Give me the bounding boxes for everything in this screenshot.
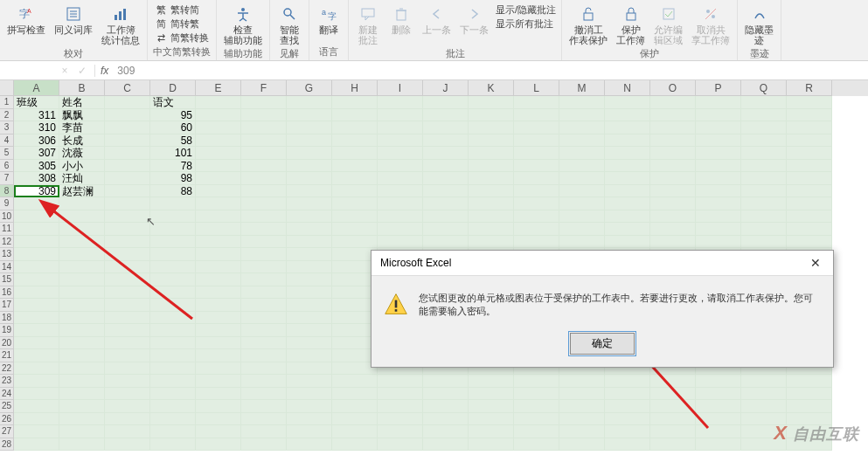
cell[interactable] bbox=[696, 134, 741, 148]
cell[interactable] bbox=[332, 197, 378, 210]
cell[interactable] bbox=[105, 185, 150, 198]
cell[interactable] bbox=[105, 375, 150, 388]
cell[interactable] bbox=[196, 172, 241, 185]
cell[interactable] bbox=[650, 134, 696, 148]
cell[interactable] bbox=[605, 147, 650, 160]
ribbon-button[interactable]: 删除 bbox=[387, 3, 415, 37]
cell[interactable] bbox=[787, 210, 832, 224]
cell[interactable] bbox=[287, 312, 332, 325]
cell[interactable] bbox=[650, 160, 696, 173]
cell[interactable] bbox=[105, 147, 150, 160]
column-header[interactable]: B bbox=[59, 80, 105, 96]
cell[interactable] bbox=[150, 388, 196, 401]
cell[interactable] bbox=[241, 248, 287, 261]
cell[interactable] bbox=[59, 400, 105, 413]
cell[interactable] bbox=[423, 400, 469, 413]
ribbon-button[interactable]: 隐藏墨迹 bbox=[743, 3, 775, 47]
cell[interactable] bbox=[150, 273, 196, 286]
cell[interactable] bbox=[241, 400, 287, 413]
cell[interactable] bbox=[105, 236, 150, 249]
column-header[interactable]: O bbox=[650, 80, 696, 96]
cell[interactable] bbox=[696, 160, 741, 173]
column-header[interactable]: G bbox=[287, 80, 332, 96]
column-header[interactable]: D bbox=[150, 80, 196, 96]
row-header[interactable]: 7 bbox=[0, 172, 14, 185]
cell[interactable] bbox=[150, 312, 196, 325]
cell[interactable] bbox=[514, 223, 559, 236]
cell[interactable] bbox=[14, 223, 59, 236]
cell[interactable] bbox=[287, 273, 332, 286]
cell[interactable] bbox=[287, 223, 332, 236]
cell[interactable] bbox=[423, 134, 469, 148]
cell[interactable] bbox=[14, 236, 59, 249]
cell[interactable] bbox=[378, 236, 423, 249]
cell[interactable] bbox=[196, 185, 241, 198]
cell[interactable] bbox=[378, 147, 423, 160]
cell[interactable]: 306 bbox=[14, 134, 59, 148]
cell[interactable] bbox=[287, 96, 332, 109]
cell[interactable] bbox=[287, 197, 332, 210]
cell[interactable] bbox=[787, 121, 832, 134]
cell[interactable] bbox=[514, 185, 559, 198]
cell[interactable] bbox=[105, 324, 150, 337]
cell[interactable] bbox=[287, 185, 332, 198]
column-header[interactable]: A bbox=[14, 80, 59, 96]
cell[interactable] bbox=[105, 96, 150, 109]
row-header[interactable]: 12 bbox=[0, 236, 14, 249]
cell[interactable] bbox=[605, 197, 650, 210]
cell[interactable] bbox=[287, 349, 332, 362]
cell[interactable] bbox=[741, 134, 787, 148]
cell[interactable] bbox=[59, 223, 105, 236]
cell[interactable] bbox=[741, 197, 787, 210]
column-header[interactable]: N bbox=[605, 80, 650, 96]
row-header[interactable]: 25 bbox=[0, 400, 14, 413]
cell[interactable] bbox=[332, 413, 378, 426]
cell[interactable] bbox=[514, 413, 559, 426]
ribbon-button[interactable]: a字翻译 bbox=[315, 3, 343, 37]
cell[interactable] bbox=[59, 413, 105, 426]
cell[interactable] bbox=[332, 425, 378, 438]
cell[interactable] bbox=[241, 388, 287, 401]
cell[interactable] bbox=[741, 185, 787, 198]
cell[interactable] bbox=[514, 438, 559, 452]
cell[interactable] bbox=[150, 413, 196, 426]
row-header[interactable]: 21 bbox=[0, 349, 14, 362]
cell[interactable] bbox=[650, 223, 696, 236]
cell[interactable] bbox=[696, 121, 741, 134]
cell[interactable] bbox=[605, 425, 650, 438]
cell[interactable] bbox=[332, 438, 378, 452]
cell[interactable] bbox=[650, 236, 696, 249]
cell[interactable] bbox=[241, 349, 287, 362]
cell[interactable] bbox=[150, 362, 196, 376]
cell[interactable]: 58 bbox=[150, 134, 196, 148]
cell[interactable] bbox=[59, 388, 105, 401]
cell[interactable] bbox=[196, 425, 241, 438]
cell[interactable] bbox=[105, 362, 150, 376]
cell[interactable] bbox=[696, 388, 741, 401]
cell[interactable] bbox=[650, 109, 696, 122]
cell[interactable] bbox=[741, 121, 787, 134]
cell[interactable] bbox=[241, 147, 287, 160]
cell[interactable] bbox=[741, 375, 787, 388]
cell[interactable] bbox=[378, 172, 423, 185]
cell[interactable] bbox=[150, 286, 196, 300]
cell[interactable] bbox=[105, 223, 150, 236]
cell[interactable] bbox=[241, 273, 287, 286]
fx-label[interactable]: fx bbox=[95, 65, 114, 77]
cell[interactable] bbox=[105, 134, 150, 148]
cell[interactable] bbox=[14, 197, 59, 210]
cell[interactable] bbox=[287, 362, 332, 376]
cell[interactable] bbox=[59, 210, 105, 224]
cell[interactable] bbox=[650, 425, 696, 438]
cell[interactable] bbox=[196, 134, 241, 148]
cell[interactable]: 310 bbox=[14, 121, 59, 134]
cell[interactable] bbox=[378, 160, 423, 173]
cell[interactable] bbox=[605, 96, 650, 109]
cell[interactable]: 307 bbox=[14, 147, 59, 160]
cell[interactable] bbox=[469, 185, 514, 198]
cell[interactable] bbox=[469, 425, 514, 438]
cell[interactable] bbox=[332, 134, 378, 148]
cell[interactable] bbox=[787, 172, 832, 185]
cell[interactable] bbox=[332, 210, 378, 224]
cell[interactable] bbox=[14, 425, 59, 438]
